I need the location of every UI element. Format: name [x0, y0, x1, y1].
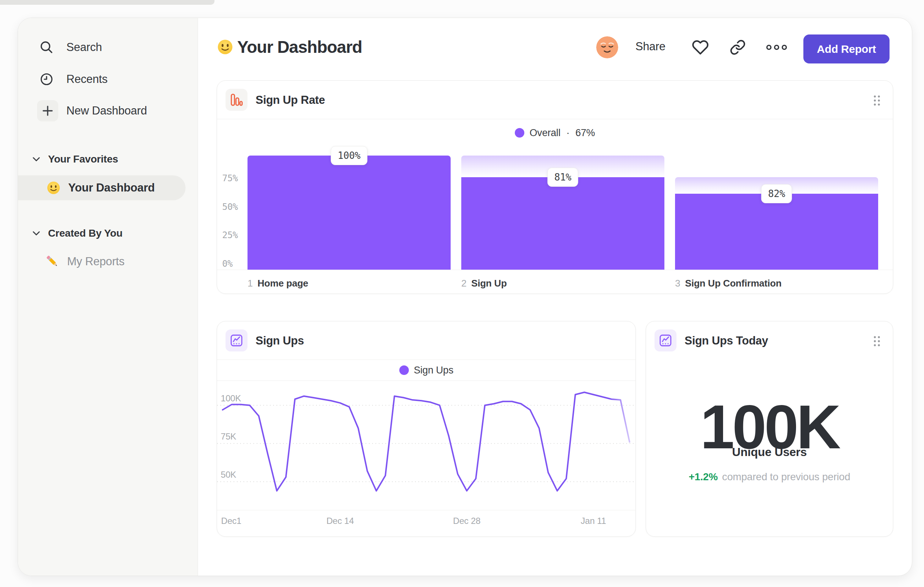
line-series-sign-ups	[223, 392, 630, 491]
conversion-badge: 82%	[761, 184, 792, 203]
add-report-button[interactable]: Add Report	[804, 35, 889, 63]
line-legend[interactable]: Sign Ups	[217, 362, 635, 378]
y-tick-label: 25%	[222, 230, 238, 240]
search-icon	[39, 40, 54, 55]
pencil-emoji-icon	[46, 255, 60, 269]
step-number: 3	[675, 278, 680, 289]
stat-value-label: Unique Users	[646, 445, 893, 459]
legend-dot	[399, 365, 409, 375]
y-tick-label: 75%	[222, 173, 238, 184]
x-tick-label: Dec 28	[453, 516, 481, 526]
y-tick-label: 50%	[222, 202, 238, 212]
funnel-step-label: 1Home page	[248, 278, 309, 289]
x-tick-label: Dec1	[221, 516, 241, 526]
sign-ups-card: Sign Ups Sign Ups 100K75K50K Dec1Dec 14D…	[217, 321, 636, 537]
sidebar: Search Recents New Dashboard	[18, 18, 198, 575]
sidebar-section-title: Your Favorites	[48, 153, 118, 165]
sidebar-item-label: Your Dashboard	[68, 181, 155, 194]
sidebar-section-created-by-you[interactable]: Created By You	[33, 225, 122, 242]
conversion-badge: 81%	[548, 168, 578, 187]
y-tick-label: 100K	[221, 393, 241, 403]
slightly-smiling-face-emoji-icon	[47, 181, 60, 194]
funnel-bar-segment[interactable]	[248, 155, 450, 270]
x-axis-line	[217, 510, 635, 510]
sidebar-item-recents[interactable]: Recents	[39, 69, 107, 89]
x-tick-label: Dec 14	[326, 516, 354, 526]
sidebar-item-label: Recents	[66, 73, 107, 86]
sign-up-rate-card: Sign Up Rate Overall · 67% 75%50%25%0%10…	[217, 80, 893, 294]
chevron-down-icon	[33, 231, 40, 236]
share-button[interactable]: Share	[635, 40, 665, 53]
card-header: Sign Ups Today	[646, 321, 893, 360]
y-tick-label: 75K	[221, 432, 236, 442]
sidebar-item-label: New Dashboard	[66, 104, 147, 117]
funnel-bar-segment[interactable]	[675, 194, 878, 270]
line-chart	[217, 381, 635, 510]
conversion-badge: 100%	[331, 146, 367, 165]
funnel-bar-segment[interactable]	[461, 177, 664, 270]
screen: Search Recents New Dashboard	[0, 0, 924, 587]
step-number: 2	[461, 278, 466, 289]
stat-delta-row: +1.2% compared to previous period	[646, 471, 893, 483]
background-window-edge	[0, 0, 214, 5]
new-dashboard-button[interactable]	[37, 100, 58, 121]
card-header: Sign Ups	[217, 321, 635, 360]
step-name: Home page	[257, 278, 308, 289]
funnel-plot: 75%50%25%0%100%1Home page81%2Sign Up82%3…	[217, 81, 893, 293]
sidebar-item-my-reports[interactable]: My Reports	[46, 251, 124, 272]
dashboard-title-emoji	[218, 39, 233, 55]
funnel-step-label: 2Sign Up	[461, 278, 507, 289]
sidebar-item-label: Search	[66, 41, 102, 54]
y-tick-label: 0%	[222, 259, 233, 269]
favorite-heart-icon[interactable]	[692, 39, 709, 56]
sidebar-section-your-favorites[interactable]: Your Favorites	[33, 151, 118, 168]
sidebar-item-your-dashboard[interactable]: Your Dashboard	[47, 175, 155, 200]
sidebar-item-label: My Reports	[67, 255, 124, 268]
card-title: Sign Ups Today	[685, 321, 768, 360]
y-tick-label: 50K	[221, 470, 236, 480]
funnel-step-label: 3Sign Up Confirmation	[675, 278, 781, 289]
copy-link-icon[interactable]	[730, 39, 746, 55]
step-name: Sign Up Confirmation	[685, 278, 781, 289]
chevron-down-icon	[33, 157, 40, 161]
step-number: 1	[248, 278, 252, 289]
legend-label: Sign Ups	[414, 365, 454, 376]
app-window: Search Recents New Dashboard	[18, 18, 912, 576]
clock-icon	[39, 72, 54, 87]
sidebar-section-title: Created By You	[48, 227, 122, 239]
drag-handle-icon[interactable]	[873, 336, 881, 347]
sign-ups-today-card: Sign Ups Today 100K Unique Users +1.2% c…	[646, 321, 893, 537]
plus-icon	[42, 105, 53, 116]
x-tick-label: Jan 11	[581, 516, 606, 526]
line-chart-icon	[655, 329, 676, 351]
sidebar-item-search[interactable]: Search	[39, 37, 102, 58]
funnel-baseline	[217, 270, 893, 270]
card-title: Sign Ups	[256, 321, 304, 360]
more-options-ellipsis-icon[interactable]	[766, 45, 787, 50]
sidebar-item-new-dashboard[interactable]: New Dashboard	[66, 100, 147, 121]
step-name: Sign Up	[471, 278, 507, 289]
page-title: Your Dashboard	[237, 37, 362, 57]
line-chart-icon	[226, 329, 248, 351]
user-avatar[interactable]	[596, 36, 618, 58]
stat-delta-badge: +1.2%	[689, 471, 718, 483]
stat-delta-note: compared to previous period	[722, 471, 850, 483]
